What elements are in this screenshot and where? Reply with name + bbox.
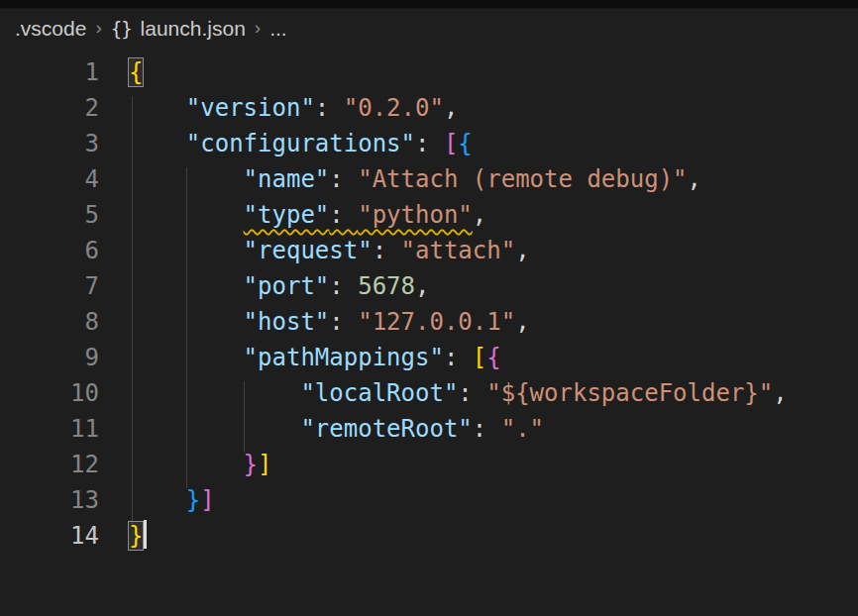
line-number: 3 bbox=[0, 126, 99, 161]
line-number: 2 bbox=[0, 90, 99, 126]
line-number: 5 bbox=[0, 197, 99, 233]
line-number: 1 bbox=[0, 54, 99, 90]
code-line-2[interactable]: "version": "0.2.0", bbox=[129, 90, 858, 126]
code-line-13[interactable]: }] bbox=[129, 482, 858, 518]
code-line-3[interactable]: "configurations": [{ bbox=[129, 126, 858, 161]
code-token: : bbox=[329, 308, 358, 336]
code-line-11[interactable]: "remoteRoot": "." bbox=[129, 411, 858, 447]
code-token bbox=[129, 379, 300, 407]
code-token: "type" bbox=[244, 201, 330, 229]
line-number: 4 bbox=[0, 161, 99, 197]
code-token: { bbox=[458, 130, 472, 157]
code-token: : bbox=[415, 130, 444, 157]
code-token: , bbox=[473, 201, 486, 229]
code-token: [ bbox=[444, 130, 458, 157]
code-token: "request" bbox=[244, 237, 373, 264]
code-line-6[interactable]: "request": "attach", bbox=[129, 233, 858, 268]
code-token: "." bbox=[501, 415, 544, 443]
editor-area[interactable]: 1234567891011121314 { "version": "0.2.0"… bbox=[0, 49, 858, 616]
code-line-5[interactable]: "type": "python", bbox=[129, 197, 858, 233]
code-token bbox=[129, 94, 186, 122]
code-token: , bbox=[688, 165, 701, 193]
code-token bbox=[129, 486, 186, 514]
code-line-4[interactable]: "name": "Attach (remote debug)", bbox=[129, 161, 858, 197]
code-token: [ bbox=[473, 344, 486, 371]
code-token: } bbox=[186, 486, 200, 514]
code-token: "127.0.0.1" bbox=[358, 308, 515, 336]
code-token: : bbox=[373, 237, 401, 264]
code-line-7[interactable]: "port": 5678, bbox=[129, 268, 858, 304]
code-token: "name" bbox=[244, 165, 330, 193]
breadcrumb-file[interactable]: launch.json bbox=[141, 17, 246, 41]
code-line-9[interactable]: "pathMappings": [{ bbox=[129, 340, 858, 375]
code-token: 5678 bbox=[358, 272, 415, 300]
line-number: 14 bbox=[0, 518, 99, 554]
code-token: ] bbox=[200, 486, 214, 514]
line-number: 8 bbox=[0, 304, 99, 340]
code-token: : bbox=[458, 379, 486, 407]
tab-bar-edge bbox=[0, 0, 858, 9]
code-token: "version" bbox=[186, 94, 315, 122]
code-token: "python" bbox=[358, 201, 473, 229]
code-token: : bbox=[444, 344, 473, 371]
code-line-1[interactable]: { bbox=[129, 54, 858, 90]
code-token: : bbox=[329, 272, 358, 300]
code-lines: { "version": "0.2.0", "configurations": … bbox=[129, 49, 858, 554]
code-token: "localRoot" bbox=[300, 379, 458, 407]
code-token: "port" bbox=[244, 272, 330, 300]
line-number: 13 bbox=[0, 482, 99, 518]
code-token: "attach" bbox=[401, 237, 516, 264]
code-line-14[interactable]: } bbox=[129, 518, 858, 554]
code-token: : bbox=[329, 165, 358, 193]
code-token: , bbox=[415, 272, 429, 300]
code-token bbox=[129, 130, 186, 157]
code-token bbox=[129, 201, 244, 229]
code-token: "Attach (remote debug)" bbox=[358, 165, 687, 193]
code-line-10[interactable]: "localRoot": "${workspaceFolder}", bbox=[129, 375, 858, 411]
code-token: "remoteRoot" bbox=[300, 415, 472, 443]
gutter: 1234567891011121314 bbox=[0, 54, 99, 554]
line-number: 10 bbox=[0, 375, 99, 411]
code-token bbox=[129, 165, 244, 193]
matched-bracket: { bbox=[129, 58, 143, 86]
line-number: 7 bbox=[0, 268, 99, 304]
line-number: 6 bbox=[0, 233, 99, 268]
code-token: ] bbox=[258, 451, 271, 478]
chevron-right-icon: › bbox=[95, 17, 101, 39]
line-number: 12 bbox=[0, 447, 99, 482]
chevron-right-icon: › bbox=[255, 17, 261, 39]
breadcrumb: .vscode › {} launch.json › ... bbox=[0, 9, 858, 49]
vscode-editor-window: .vscode › {} launch.json › ... 123456789… bbox=[0, 0, 858, 616]
code-token bbox=[129, 308, 244, 336]
text-cursor bbox=[144, 520, 147, 549]
code-token bbox=[129, 415, 300, 443]
code-token: , bbox=[515, 237, 529, 264]
code-token bbox=[129, 344, 244, 371]
code-token: : bbox=[473, 415, 501, 443]
code-token: , bbox=[444, 94, 458, 122]
code-token: : bbox=[315, 94, 344, 122]
code-token: , bbox=[515, 308, 529, 336]
code-token: , bbox=[773, 379, 787, 407]
code-token: "0.2.0" bbox=[344, 94, 444, 122]
code-token bbox=[129, 237, 244, 264]
code-token: { bbox=[486, 344, 500, 371]
code-line-12[interactable]: }] bbox=[129, 447, 858, 482]
line-number: 11 bbox=[0, 411, 99, 447]
code-token: "host" bbox=[244, 308, 330, 336]
code-token: } bbox=[244, 451, 258, 478]
json-file-icon: {} bbox=[111, 18, 132, 40]
line-number: 9 bbox=[0, 340, 99, 375]
code-token: "configurations" bbox=[186, 130, 415, 157]
matched-bracket: } bbox=[129, 522, 143, 550]
code-token bbox=[129, 451, 244, 478]
code-token: : bbox=[329, 201, 358, 229]
code-token bbox=[129, 272, 244, 300]
code-line-8[interactable]: "host": "127.0.0.1", bbox=[129, 304, 858, 340]
code-token: "${workspaceFolder}" bbox=[486, 379, 773, 407]
code-token: "pathMappings" bbox=[244, 344, 444, 371]
breadcrumb-folder[interactable]: .vscode bbox=[15, 17, 86, 41]
breadcrumb-symbol-more[interactable]: ... bbox=[269, 17, 287, 41]
